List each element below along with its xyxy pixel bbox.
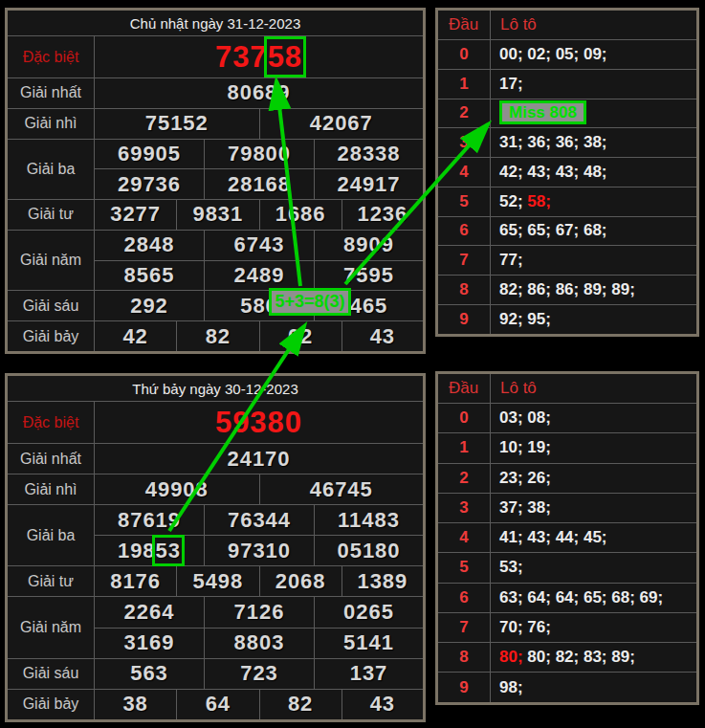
loto-table-sunday: ĐầuLô tô000; 02; 05; 09; 117; 2Miss 8083… (435, 8, 699, 337)
loto-row: 110; 19; (437, 433, 698, 463)
prize-row: Giải tư3277983116861236 (7, 200, 425, 231)
loto-number: 64; (556, 588, 580, 607)
number-text: 198 (118, 539, 156, 563)
loto-row: 223; 26; (437, 463, 698, 493)
loto-values-cell: 17; (491, 69, 698, 99)
loto-number: 03; (499, 408, 523, 427)
dau-cell: 3 (437, 493, 491, 522)
loto-row: 665; 65; 67; 68; (437, 216, 698, 246)
dau-cell: 5 (437, 553, 491, 583)
prize-number-cell: 5141 (315, 628, 425, 658)
number-text: 5498 (192, 569, 243, 593)
prize-row: Giải nhì4990846745 (7, 474, 425, 505)
loto-values-cell: 10; 19; (491, 433, 698, 463)
prize-label: Đặc biệt (7, 36, 95, 78)
number-text: 8565 (124, 263, 175, 287)
loto-number: 43; (556, 163, 580, 181)
number-text: 5141 (343, 630, 394, 654)
loto-number: 38; (527, 498, 551, 517)
loto-number: 17; (499, 75, 523, 93)
loto-number: 89; (611, 648, 635, 666)
number-text: 43 (370, 692, 395, 716)
prize-number-cell: 24917 (315, 169, 425, 200)
prize-number-cell: 8176 (95, 566, 177, 597)
dau-cell: 8 (437, 276, 491, 305)
loto-values-cell: 00; 02; 05; 09; (491, 40, 698, 70)
loto-number: 65; (499, 221, 523, 239)
prize-number-cell: 3169 (95, 628, 205, 658)
prize-number-cell: 1389 (341, 566, 424, 597)
prize-label: Giải tư (7, 200, 95, 231)
loto-number: 63; (499, 588, 523, 607)
prize-number-cell: 5498 (177, 566, 259, 597)
prize-number-cell: 28338 (315, 139, 425, 169)
prize-number-cell: 2068 (259, 566, 341, 597)
prize-number-cell: 29736 (95, 169, 205, 200)
prize-number-cell: 97310 (205, 536, 315, 566)
number-text: 69905 (118, 142, 181, 165)
prize-row: Đặc biệt73758 (7, 36, 425, 78)
loto-number: 43; (527, 163, 551, 181)
number-text: 28338 (337, 142, 400, 165)
number-text: 29736 (118, 172, 181, 196)
number-text: 43 (370, 324, 395, 348)
loto-number: 36; (527, 133, 551, 151)
prize-row: Giải sáu292586465 (7, 291, 425, 321)
loto-values-cell: 42; 43; 43; 48; (491, 158, 698, 188)
dau-column-header: Đầu (437, 373, 491, 404)
table-title: Chủ nhật ngày 31-12-2023 (7, 10, 425, 36)
number-text: 59380 (215, 406, 302, 439)
miss-annotation: Miss 808 (499, 100, 586, 124)
prize-number-cell: 11483 (315, 505, 425, 536)
prize-number-cell: 292 (95, 291, 205, 321)
loto-number: 05; (556, 45, 580, 63)
prize-number-cell: 9831 (177, 200, 259, 231)
number-text: 6743 (234, 232, 285, 256)
prize-number-cell: 7595 (315, 260, 425, 291)
number-text: 2264 (124, 600, 175, 624)
number-text: 3277 (110, 202, 161, 226)
number-text: 02 (288, 324, 313, 348)
prize-label: Giải nhất (7, 78, 95, 109)
number-text: 82 (288, 692, 313, 716)
prize-label: Giải tư (7, 566, 95, 597)
dau-cell: 6 (437, 216, 491, 246)
number-text: 9831 (192, 202, 243, 226)
prize-number-cell: 59380 (95, 402, 425, 444)
result-table-sunday: Chủ nhật ngày 31-12-2023Đặc biệt73758Giả… (5, 8, 426, 354)
prize-number-cell: 79800 (205, 139, 315, 169)
number-text: 80689 (227, 80, 290, 104)
loto-values-cell: 52; 58; (491, 187, 698, 216)
prize-label: Giải nhì (7, 108, 95, 139)
number-text: 42 (122, 324, 147, 348)
number-text: 24917 (337, 172, 400, 196)
prize-number-cell: 2848 (95, 230, 205, 260)
prize-label: Giải nhì (7, 474, 95, 505)
prize-number-cell: 8565 (95, 260, 205, 291)
loto-row: 998; (437, 673, 698, 704)
loto-number: 26; (527, 469, 551, 487)
prize-label: Đặc biệt (7, 402, 95, 444)
prize-number-cell: 05180 (315, 536, 425, 566)
number-text: 8176 (110, 569, 161, 593)
prize-label: Giải ba (7, 139, 95, 200)
dau-cell: 9 (437, 304, 491, 335)
loto-table-saturday: ĐầuLô tô003; 08; 110; 19; 223; 26; 337; … (435, 371, 699, 705)
prize-label: Giải nhất (7, 444, 95, 474)
number-text: 737 (215, 40, 268, 74)
prize-number-cell: 0265 (315, 597, 425, 628)
prize-row: Giải nhì7515242067 (7, 108, 425, 139)
loto-row: 2Miss 808 (437, 99, 698, 128)
loto-number: 53; (499, 558, 523, 576)
loto-number: 86; (527, 280, 551, 298)
dau-cell: 1 (437, 433, 491, 463)
prize-number-cell: 43 (341, 689, 424, 720)
loto-number: 36; (556, 133, 580, 151)
dau-cell: 1 (437, 69, 491, 99)
loto-values-cell: 41; 43; 44; 45; (491, 523, 698, 553)
loto-number: 89; (611, 280, 635, 298)
loto-number: 65; (527, 221, 551, 239)
number-text: 05180 (337, 539, 400, 563)
loto-number: 89; (584, 280, 607, 298)
loto-values-cell: 80; 80; 82; 83; 89; (491, 643, 698, 673)
